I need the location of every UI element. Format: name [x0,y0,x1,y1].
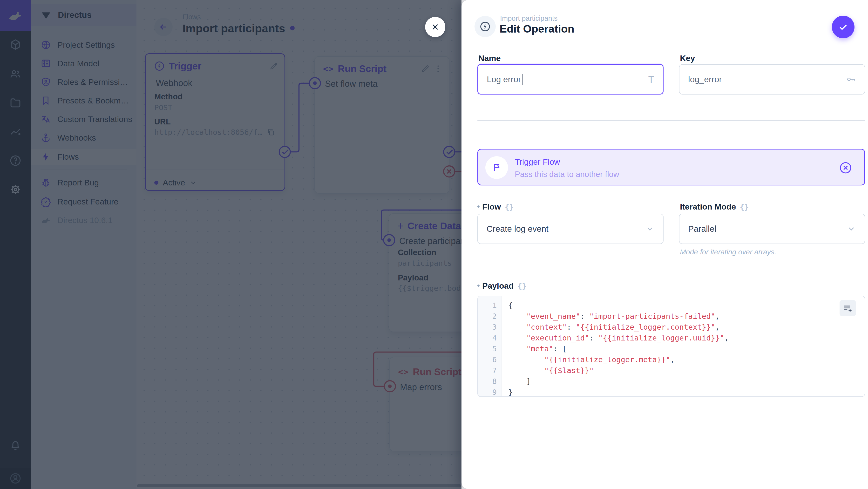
chevron-down-icon [847,224,856,234]
drawer-dim-overlay[interactable] [0,0,462,489]
required-dot [477,206,479,208]
playlist-add-icon [843,303,853,313]
name-value: Log error [487,74,521,84]
trigger-flow-banner[interactable]: Trigger Flow Pass this data to another f… [477,149,865,185]
banner-subtitle: Pass this data to another flow [515,170,619,179]
raw-value-icon[interactable]: {} [505,203,514,211]
key-label: Key [680,54,695,63]
drawer-breadcrumb[interactable]: Import participants [500,14,558,23]
iteration-select-value: Parallel [688,224,716,234]
key-icon [846,74,856,84]
name-input[interactable]: Log error T [477,64,663,94]
key-value: log_error [688,74,722,84]
flow-select[interactable]: Create log event [477,214,663,244]
close-drawer-button[interactable] [425,17,445,37]
title-formatter-icon: T [648,74,654,85]
payload-gutter: 123456789 [478,296,501,396]
flow-label: Flow{} [482,202,514,211]
save-button[interactable] [832,16,855,38]
payload-code[interactable]: { "event_name": "import-participants-fai… [502,296,865,396]
key-input[interactable]: log_error [679,64,865,94]
edit-operation-drawer: Import participants Edit Operation Name … [462,0,868,489]
section-divider [477,120,865,121]
iteration-hint: Mode for iterating over arrays. [680,248,776,256]
flow-select-value: Create log event [487,224,549,234]
required-dot [477,284,479,287]
insert-field-button[interactable] [840,300,856,316]
bolt-circle-icon [479,21,491,32]
close-icon [430,22,440,32]
remove-trigger-flow-icon[interactable] [839,161,852,175]
chevron-down-icon [645,224,654,234]
name-label: Name [478,54,501,63]
operation-header-icon [474,16,496,37]
raw-value-icon[interactable]: {} [518,282,526,290]
banner-title: Trigger Flow [515,157,560,166]
iteration-mode-label: Iteration Mode{} [680,202,749,211]
check-icon [838,22,848,32]
payload-code-editor[interactable]: 123456789 { "event_name": "import-partic… [477,296,865,397]
text-caret [522,74,523,85]
flag-icon [485,156,508,179]
raw-value-icon[interactable]: {} [740,203,749,211]
iteration-mode-select[interactable]: Parallel [679,214,865,244]
drawer-title: Edit Operation [500,23,574,35]
payload-label: Payload{} [482,281,527,291]
